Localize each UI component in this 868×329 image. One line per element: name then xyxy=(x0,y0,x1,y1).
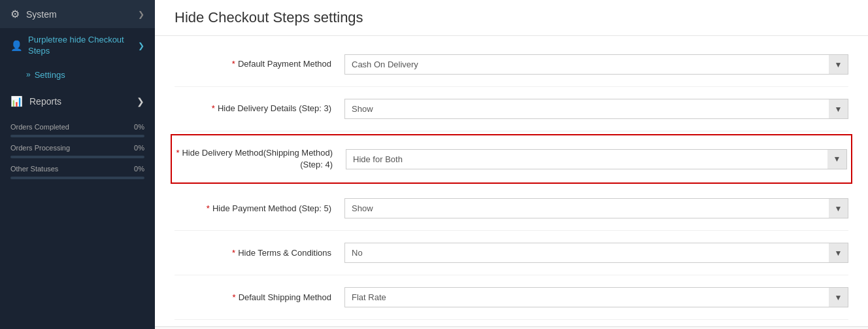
required-asterisk: * xyxy=(233,292,236,302)
form-row: *Hide Delivery Method(Shipping Method) (… xyxy=(171,134,852,184)
sidebar: ⚙ System ❯ 👤 Purpletree hide Checkout St… xyxy=(0,0,155,329)
stat-bar-bg xyxy=(10,177,144,179)
required-asterisk: * xyxy=(232,248,235,258)
form-label: *Default Shipping Method xyxy=(175,292,344,303)
stat-row: Other Statuses 0% xyxy=(10,165,144,173)
form-control-wrap: Flat RateFree ShippingFixed▼ xyxy=(344,287,848,307)
stat-value: 0% xyxy=(134,165,144,173)
form-label: *Hide Delivery Details (Step: 3) xyxy=(175,103,344,114)
required-asterisk: * xyxy=(207,203,210,213)
form-control-wrap: Hide for BothShowHide for GuestHide for … xyxy=(346,149,847,169)
select-payment-method-step[interactable]: ShowHide xyxy=(344,198,848,218)
form-row: *Hide Delivery Details (Step: 3)ShowHide… xyxy=(175,87,848,131)
bar-chart-icon: 📊 xyxy=(10,95,23,107)
sidebar-item-system[interactable]: ⚙ System ❯ xyxy=(0,0,155,28)
system-chevron: ❯ xyxy=(138,10,144,19)
select-terms-conditions[interactable]: NoYes xyxy=(344,243,848,263)
stat-value: 0% xyxy=(134,123,144,131)
footer: Version 3.0.0 xyxy=(155,326,868,329)
form-row: *Hide Payment Method (Step: 5)ShowHide▼ xyxy=(175,186,848,231)
reports-stats: Orders Completed 0% Orders Processing 0%… xyxy=(0,116,155,192)
sidebar-item-settings[interactable]: » Settings xyxy=(0,63,155,86)
stat-row: Orders Processing 0% xyxy=(10,144,144,152)
form-control-wrap: ShowHide▼ xyxy=(344,99,848,119)
form-control-wrap: NoYes▼ xyxy=(344,243,848,263)
person-icon: 👤 xyxy=(10,40,23,52)
required-asterisk: * xyxy=(176,148,179,158)
purpletree-chevron: ❯ xyxy=(138,41,144,50)
main-content: Hide Checkout Steps settings *Default Pa… xyxy=(155,0,868,329)
form-area: *Default Payment MethodCash On DeliveryB… xyxy=(155,36,868,326)
form-control-wrap: Cash On DeliveryBank TransferCredit Card… xyxy=(344,54,848,75)
stat-bar-bg xyxy=(10,135,144,137)
form-row: *Default Shipping MethodFlat RateFree Sh… xyxy=(175,275,848,320)
select-delivery-details[interactable]: ShowHide xyxy=(344,99,848,119)
purpletree-label: Purpletree hide Checkout Steps xyxy=(28,35,133,57)
reports-chevron: ❯ xyxy=(137,96,144,107)
stat-value: 0% xyxy=(134,144,144,152)
select-payment-method[interactable]: Cash On DeliveryBank TransferCredit Card xyxy=(344,54,848,75)
settings-prefix: » xyxy=(26,70,31,79)
select-delivery-method[interactable]: Hide for BothShowHide for GuestHide for … xyxy=(346,149,847,169)
stat-label: Orders Processing xyxy=(10,144,129,152)
sidebar-settings-label: Settings xyxy=(35,70,65,80)
form-label: *Default Payment Method xyxy=(175,58,344,70)
stat-bar-bg xyxy=(10,156,144,158)
form-label: *Hide Delivery Method(Shipping Method) (… xyxy=(176,147,346,171)
stat-label: Other Statuses xyxy=(10,165,129,173)
form-row: *Default Payment MethodCash On DeliveryB… xyxy=(175,43,848,87)
gear-icon: ⚙ xyxy=(10,8,20,20)
required-asterisk: * xyxy=(212,103,215,113)
form-label: *Hide Terms & Conditions xyxy=(175,247,344,259)
select-shipping-method[interactable]: Flat RateFree ShippingFixed xyxy=(344,287,848,307)
stat-label: Orders Completed xyxy=(10,123,129,131)
sidebar-item-reports[interactable]: 📊 Reports ❯ xyxy=(0,86,155,116)
form-label: *Hide Payment Method (Step: 5) xyxy=(175,203,344,215)
required-asterisk: * xyxy=(232,59,235,69)
form-row: *Hide Terms & ConditionsNoYes▼ xyxy=(175,231,848,275)
page-title: Hide Checkout Steps settings xyxy=(155,0,868,36)
stat-row: Orders Completed 0% xyxy=(10,123,144,131)
sidebar-system-label: System xyxy=(26,9,57,20)
sidebar-item-purpletree[interactable]: 👤 Purpletree hide Checkout Steps ❯ xyxy=(0,28,155,63)
reports-label: Reports xyxy=(29,96,61,107)
form-control-wrap: ShowHide▼ xyxy=(344,198,848,218)
